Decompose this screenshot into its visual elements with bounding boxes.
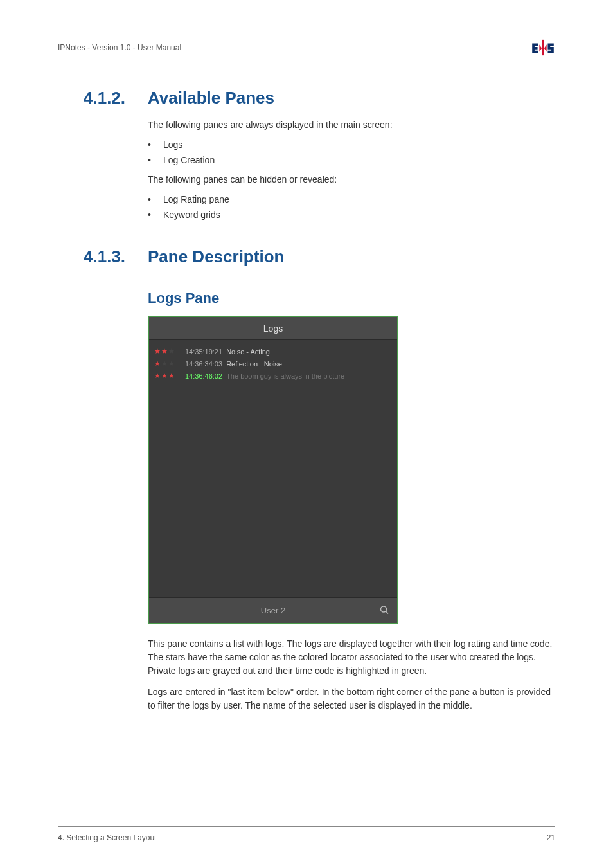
body-para-1: This pane contains a list with logs. The… <box>148 637 555 678</box>
star-icon: ★ <box>168 359 175 368</box>
section-number: 4.1.2. <box>84 88 148 108</box>
intro-text-2: The following panes can be hidden or rev… <box>148 173 555 186</box>
bullet-dot: • <box>148 210 163 220</box>
logs-pane-title-bar: Logs <box>149 317 397 340</box>
doc-title-text: IPNotes - Version 1.0 - User Manual <box>58 43 181 52</box>
list-item: • Log Creation <box>148 155 555 165</box>
bullet-dot: • <box>148 155 163 165</box>
star-icon: ★ <box>154 359 161 368</box>
footer-page-number: 21 <box>547 833 555 842</box>
log-timecode: 14:36:46:02 <box>185 372 222 380</box>
bullet-dot: • <box>148 140 163 150</box>
section-number: 4.1.3. <box>84 247 148 267</box>
log-timecode: 14:36:34:03 <box>185 360 222 368</box>
logs-pane-body: ★ ★ ★ 14:35:19:21 Noise - Acting ★ ★ ★ 1… <box>149 340 397 597</box>
log-text: The boom guy is always in the picture <box>226 372 344 380</box>
filter-by-user-button[interactable] <box>379 604 389 617</box>
body-para-2: Logs are entered in "last item below" or… <box>148 685 555 712</box>
star-icon: ★ <box>161 347 168 356</box>
svg-line-1 <box>386 611 389 614</box>
logs-pane-footer: User 2 <box>149 597 397 623</box>
bullet-text: Log Rating pane <box>163 194 229 204</box>
log-text: Reflection - Noise <box>226 360 282 368</box>
log-timecode: 14:35:19:21 <box>185 348 222 356</box>
star-icon: ★ <box>168 372 175 380</box>
list-item: • Log Rating pane <box>148 194 555 204</box>
page-header: IPNotes - Version 1.0 - User Manual <box>58 39 555 62</box>
bullet-list-1: • Logs • Log Creation <box>148 140 555 165</box>
log-row[interactable]: ★ ★ ★ 14:36:46:02 The boom guy is always… <box>153 370 393 382</box>
section-4-1-3-heading: 4.1.3. Pane Description <box>84 247 555 267</box>
bullet-text: Log Creation <box>163 155 215 165</box>
log-rating-stars: ★ ★ ★ <box>154 347 181 356</box>
star-icon: ★ <box>154 347 161 356</box>
selected-user-label: User 2 <box>261 606 285 615</box>
log-text: Noise - Acting <box>226 348 270 356</box>
bullet-text: Logs <box>163 140 182 150</box>
bullet-text: Keyword grids <box>163 210 220 220</box>
search-icon <box>379 604 389 615</box>
bullet-list-2: • Log Rating pane • Keyword grids <box>148 194 555 220</box>
star-icon: ★ <box>154 372 161 380</box>
logs-pane-title: Logs <box>263 323 283 334</box>
page-footer: 4. Selecting a Screen Layout 21 <box>58 826 555 842</box>
svg-point-0 <box>381 606 387 612</box>
log-rating-stars: ★ ★ ★ <box>154 359 181 368</box>
star-icon: ★ <box>161 359 168 368</box>
star-icon: ★ <box>168 347 175 356</box>
log-row[interactable]: ★ ★ ★ 14:36:34:03 Reflection - Noise <box>153 357 393 370</box>
section-title: Available Panes <box>148 88 274 108</box>
intro-text-1: The following panes are always displayed… <box>148 118 555 132</box>
evs-logo <box>531 39 555 57</box>
footer-chapter: 4. Selecting a Screen Layout <box>58 833 156 842</box>
log-rating-stars: ★ ★ ★ <box>154 372 181 380</box>
bullet-dot: • <box>148 194 163 204</box>
logs-pane-screenshot: Logs ★ ★ ★ 14:35:19:21 Noise - Acting ★ … <box>148 316 398 624</box>
section-title: Pane Description <box>148 247 284 267</box>
section-4-1-2-heading: 4.1.2. Available Panes <box>84 88 555 108</box>
logs-pane-subheading: Logs Pane <box>148 290 555 307</box>
content-area: 4.1.2. Available Panes The following pan… <box>58 88 555 712</box>
log-row[interactable]: ★ ★ ★ 14:35:19:21 Noise - Acting <box>153 345 393 357</box>
list-item: • Logs <box>148 140 555 150</box>
star-icon: ★ <box>161 372 168 380</box>
list-item: • Keyword grids <box>148 210 555 220</box>
